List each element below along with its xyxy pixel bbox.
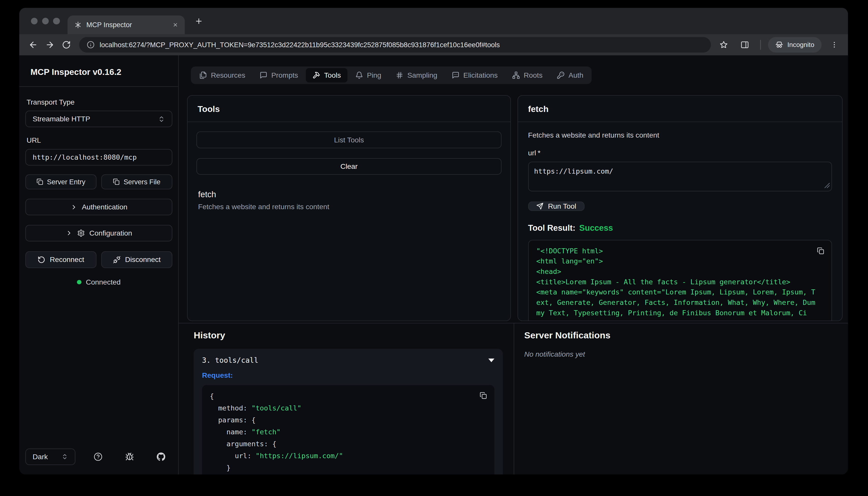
chevron-right-icon bbox=[70, 204, 77, 211]
help-button[interactable] bbox=[89, 448, 107, 466]
history-title: History bbox=[194, 330, 503, 341]
run-tool-button[interactable]: Run Tool bbox=[528, 202, 584, 211]
param-name: url bbox=[528, 149, 536, 157]
theme-select[interactable]: Dark bbox=[26, 449, 75, 465]
authentication-label: Authentication bbox=[82, 203, 127, 211]
servers-file-label: Servers File bbox=[124, 178, 160, 186]
transport-type-select[interactable]: Streamable HTTP bbox=[26, 111, 172, 127]
server-entry-label: Server Entry bbox=[47, 178, 85, 186]
param-input[interactable]: https://lipsum.com/ bbox=[528, 162, 832, 192]
side-panel-icon bbox=[740, 40, 749, 49]
server-notifications-panel: Server Notifications No notifications ye… bbox=[514, 323, 848, 475]
tab-elicitations[interactable]: Elicitations bbox=[445, 68, 505, 82]
app-title: MCP Inspector v0.16.2 bbox=[19, 55, 178, 87]
bookmark-button[interactable] bbox=[715, 36, 732, 53]
resize-grip-icon[interactable] bbox=[824, 183, 830, 188]
github-icon bbox=[157, 452, 165, 461]
tab-sampling[interactable]: Sampling bbox=[389, 68, 444, 82]
transport-type-label: Transport Type bbox=[27, 98, 171, 106]
status-dot bbox=[77, 280, 81, 284]
tab-ping[interactable]: Ping bbox=[349, 68, 388, 82]
tool-detail-panel: fetch Fetches a website and returns its … bbox=[518, 95, 842, 321]
browser-toolbar: localhost:6274/?MCP_PROXY_AUTH_TOKEN=9e7… bbox=[19, 34, 848, 55]
tool-list-item[interactable]: fetch Fetches a website and returns its … bbox=[196, 190, 502, 211]
server-notifications-title: Server Notifications bbox=[524, 330, 848, 341]
tab-resources[interactable]: Resources bbox=[193, 68, 252, 82]
zoom-window-button[interactable] bbox=[53, 18, 60, 25]
close-tab-icon[interactable] bbox=[171, 20, 180, 30]
tab-ping-label: Ping bbox=[367, 71, 381, 79]
clear-button[interactable]: Clear bbox=[196, 158, 502, 175]
browser-menu-button[interactable] bbox=[826, 36, 842, 53]
new-tab-button[interactable] bbox=[192, 14, 206, 28]
files-icon bbox=[199, 71, 207, 79]
copy-result-button[interactable] bbox=[815, 246, 826, 257]
copy-request-button[interactable] bbox=[478, 390, 489, 401]
rotate-ccw-icon bbox=[37, 256, 45, 264]
address-bar[interactable]: localhost:6274/?MCP_PROXY_AUTH_TOKEN=9e7… bbox=[79, 37, 711, 52]
debug-button[interactable] bbox=[121, 448, 139, 466]
reload-icon bbox=[62, 40, 71, 49]
bug-icon bbox=[125, 452, 134, 461]
sidebar-footer: Dark bbox=[26, 448, 172, 466]
tool-name: fetch bbox=[198, 190, 500, 199]
disconnect-button[interactable]: Disconnect bbox=[101, 251, 172, 268]
reload-button[interactable] bbox=[58, 36, 75, 53]
gear-icon bbox=[77, 229, 85, 237]
app-page: MCP Inspector v0.16.2 Transport Type Str… bbox=[19, 55, 848, 475]
github-button[interactable] bbox=[152, 448, 170, 466]
authentication-toggle[interactable]: Authentication bbox=[26, 199, 172, 215]
list-tools-button[interactable]: List Tools bbox=[196, 131, 502, 148]
copy-buttons-row: Server Entry Servers File bbox=[26, 174, 172, 189]
chevron-down-icon bbox=[488, 358, 494, 362]
tools-panel: Tools List Tools Clear fetch Fetches a w… bbox=[187, 95, 511, 321]
tab-auth[interactable]: Auth bbox=[550, 68, 590, 82]
send-icon bbox=[536, 203, 543, 210]
tab-tools[interactable]: Tools bbox=[306, 68, 347, 82]
sidebar-body: Transport Type Streamable HTTP URL Serve… bbox=[19, 87, 178, 475]
reconnect-button[interactable]: Reconnect bbox=[26, 251, 96, 268]
tools-panel-title: Tools bbox=[188, 96, 510, 122]
side-panel-button[interactable] bbox=[737, 36, 753, 53]
copy-icon bbox=[113, 179, 120, 185]
minimize-window-button[interactable] bbox=[42, 18, 49, 25]
server-url-input[interactable] bbox=[26, 149, 172, 166]
transport-type-value: Streamable HTTP bbox=[32, 115, 90, 123]
server-entry-button[interactable]: Server Entry bbox=[26, 174, 96, 189]
incognito-badge: Incognito bbox=[768, 37, 822, 52]
tab-title: MCP Inspector bbox=[86, 21, 166, 29]
no-notifications-text: No notifications yet bbox=[524, 350, 848, 358]
bell-icon bbox=[355, 71, 363, 79]
tool-detail-title: fetch bbox=[518, 96, 842, 122]
tab-prompts[interactable]: Prompts bbox=[253, 68, 305, 82]
browser-tab[interactable]: MCP Inspector bbox=[67, 15, 185, 34]
hammer-icon bbox=[312, 71, 320, 79]
close-window-button[interactable] bbox=[31, 18, 37, 25]
bottom-panels: History 3. tools/call Request: bbox=[179, 323, 848, 475]
info-icon[interactable] bbox=[87, 41, 95, 49]
menu-icon bbox=[831, 41, 838, 49]
unplug-icon bbox=[113, 256, 121, 264]
servers-file-button[interactable]: Servers File bbox=[101, 174, 172, 189]
history-entry-header[interactable]: 3. tools/call bbox=[202, 356, 494, 365]
configuration-toggle[interactable]: Configuration bbox=[26, 225, 172, 242]
back-button[interactable] bbox=[25, 36, 41, 53]
history-entry: 3. tools/call Request: { method: "tools/… bbox=[194, 349, 503, 475]
tab-auth-label: Auth bbox=[569, 71, 583, 79]
tab-roots[interactable]: Roots bbox=[506, 68, 549, 82]
feature-tabbar: Resources Prompts Tools Ping bbox=[191, 66, 591, 84]
back-icon bbox=[28, 40, 38, 49]
history-entry-label: 3. tools/call bbox=[202, 356, 258, 365]
browser-tab-strip: MCP Inspector bbox=[19, 8, 848, 34]
theme-value: Dark bbox=[32, 453, 48, 461]
chevrons-up-down-icon bbox=[158, 115, 165, 123]
help-icon bbox=[94, 452, 102, 461]
configuration-label: Configuration bbox=[89, 229, 132, 237]
run-tool-label: Run Tool bbox=[548, 202, 576, 211]
forward-button[interactable] bbox=[42, 36, 58, 53]
request-label: Request: bbox=[202, 371, 494, 379]
required-marker: * bbox=[538, 149, 541, 157]
tab-elicitations-label: Elicitations bbox=[463, 71, 498, 79]
connection-buttons-row: Reconnect Disconnect bbox=[26, 251, 172, 268]
tab-prompts-label: Prompts bbox=[271, 71, 298, 79]
